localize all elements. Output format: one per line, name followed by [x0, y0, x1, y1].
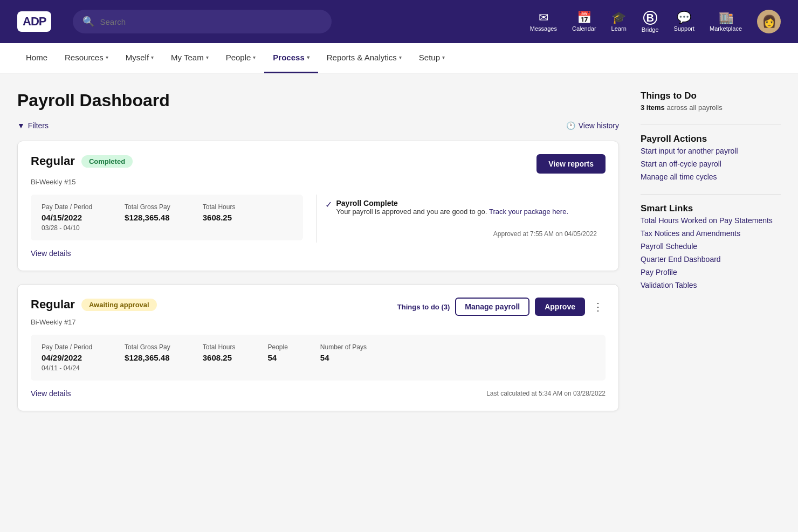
nav-setup[interactable]: Setup ▾ — [410, 43, 453, 73]
pay-period-value-2: 04/11 - 04/24 — [42, 364, 92, 372]
main-navigation: Home Resources ▾ Myself ▾ My Team ▾ Peop… — [0, 43, 798, 73]
nav-myself-label: Myself — [126, 53, 149, 62]
learn-label: Learn — [611, 25, 627, 32]
track-package-link[interactable]: Track your package here. — [489, 208, 568, 216]
marketplace-icon: 🏬 — [719, 12, 733, 24]
sidebar-divider-1 — [641, 125, 781, 125]
marketplace-label: Marketplace — [710, 25, 742, 32]
things-to-do-sub: 3 items across all payrolls — [641, 103, 781, 112]
payroll-card-1: Regular Completed View reports Bi-Weekly… — [17, 141, 619, 271]
hours-value-2: 3608.25 — [203, 353, 236, 362]
card2-actions: Things to do (3) Manage payroll Approve … — [397, 298, 606, 316]
card1-status-desc: Your payroll is approved and you are goo… — [336, 208, 569, 216]
pay-date-value-2: 04/29/2022 — [42, 353, 92, 362]
calendar-nav-item[interactable]: 📅 Calendar — [572, 12, 596, 32]
card2-title: Regular — [31, 298, 75, 312]
card2-gross-pay: Total Gross Pay $128,365.48 — [125, 343, 170, 372]
nav-resources[interactable]: Resources ▾ — [56, 43, 117, 73]
payroll-actions-section: Payroll Actions Start input for another … — [641, 134, 781, 181]
gross-pay-label: Total Gross Pay — [125, 203, 170, 211]
messages-label: Messages — [530, 25, 557, 32]
pay-period-value: 03/28 - 04/10 — [42, 224, 92, 232]
start-input-link[interactable]: Start input for another payroll — [641, 147, 781, 155]
chevron-down-icon: ▾ — [106, 54, 108, 60]
total-hours-link[interactable]: Total Hours Worked on Pay Statements — [641, 216, 781, 225]
view-reports-button[interactable]: View reports — [536, 154, 606, 174]
things-to-do-link[interactable]: Things to do (3) — [397, 303, 450, 311]
card1-header: Regular Completed View reports — [31, 154, 606, 174]
page-title: Payroll Dashboard — [17, 91, 619, 110]
more-options-button[interactable]: ⋮ — [590, 300, 606, 313]
nav-resources-label: Resources — [65, 53, 104, 62]
pay-date-value: 04/15/2022 — [42, 213, 92, 222]
checkmark-icon: ✓ — [325, 199, 332, 210]
card2-view-details-link[interactable]: View details — [31, 389, 71, 398]
hours-value: 3608.25 — [203, 213, 236, 222]
card1-hours: Total Hours 3608.25 — [203, 203, 236, 232]
card2-title-area: Regular Awaiting approval — [31, 298, 157, 312]
top-navigation: ADP 🔍 ✉ Messages 📅 Calendar 🎓 Learn B Br… — [0, 0, 798, 43]
card1-footer: View details — [31, 249, 303, 258]
support-nav-item[interactable]: 💬 Support — [674, 12, 695, 32]
payroll-schedule-link[interactable]: Payroll Schedule — [641, 242, 781, 251]
pay-date-label: Pay Date / Period — [42, 203, 92, 211]
card2-people: People 54 — [267, 343, 287, 372]
messages-nav-item[interactable]: ✉ Messages — [530, 12, 557, 32]
card2-hours: Total Hours 3608.25 — [203, 343, 236, 372]
page-content: Payroll Dashboard ▼ Filters 🕐 View histo… — [0, 73, 798, 441]
filters-button[interactable]: ▼ Filters — [17, 121, 49, 130]
learn-nav-item[interactable]: 🎓 Learn — [611, 12, 627, 32]
tax-notices-link[interactable]: Tax Notices and Amendments — [641, 229, 781, 238]
smart-links-heading: Smart Links — [641, 203, 781, 214]
bridge-nav-item[interactable]: B Bridge — [642, 11, 659, 33]
gross-pay-label-2: Total Gross Pay — [125, 343, 170, 351]
marketplace-nav-item[interactable]: 🏬 Marketplace — [710, 12, 742, 32]
card2-subtitle: Bi-Weekly #17 — [31, 318, 606, 326]
nav-my-team[interactable]: My Team ▾ — [162, 43, 217, 73]
hours-label: Total Hours — [203, 203, 236, 211]
nav-reports-analytics[interactable]: Reports & Analytics ▾ — [318, 43, 410, 73]
filter-row: ▼ Filters 🕐 View history — [17, 121, 619, 130]
nav-myself[interactable]: Myself ▾ — [117, 43, 162, 73]
search-icon: 🔍 — [82, 16, 94, 27]
manage-time-cycles-link[interactable]: Manage all time cycles — [641, 172, 781, 181]
bridge-label: Bridge — [642, 26, 659, 33]
filter-icon: ▼ — [17, 121, 25, 130]
nav-home-label: Home — [26, 53, 47, 62]
sidebar: Things to Do 3 items across all payrolls… — [641, 91, 781, 424]
learn-icon: 🎓 — [611, 12, 626, 24]
nav-home[interactable]: Home — [17, 43, 56, 73]
chevron-down-icon: ▾ — [442, 54, 445, 60]
card1-gross-pay: Total Gross Pay $128,365.48 — [125, 203, 170, 232]
view-history-button[interactable]: 🕐 View history — [566, 121, 619, 130]
chevron-down-icon: ▾ — [253, 54, 256, 60]
filters-label: Filters — [28, 121, 49, 130]
approve-button[interactable]: Approve — [535, 298, 585, 316]
validation-tables-link[interactable]: Validation Tables — [641, 281, 781, 289]
card1-data-row: Pay Date / Period 04/15/2022 03/28 - 04/… — [31, 195, 303, 240]
pay-profile-link[interactable]: Pay Profile — [641, 268, 781, 277]
quarter-end-link[interactable]: Quarter End Dashboard — [641, 255, 781, 264]
card2-pays: Number of Pays 54 — [320, 343, 367, 372]
search-bar[interactable]: 🔍 — [73, 10, 332, 33]
start-off-cycle-link[interactable]: Start an off-cycle payroll — [641, 160, 781, 168]
card2-footer: View details Last calculated at 5:34 AM … — [31, 389, 606, 398]
card2-pay-date: Pay Date / Period 04/29/2022 04/11 - 04/… — [42, 343, 92, 372]
top-nav-icons: ✉ Messages 📅 Calendar 🎓 Learn B Bridge 💬… — [530, 10, 781, 33]
nav-setup-label: Setup — [419, 53, 440, 62]
nav-process[interactable]: Process ▾ — [264, 43, 318, 73]
manage-payroll-button[interactable]: Manage payroll — [455, 298, 529, 316]
payroll-actions-heading: Payroll Actions — [641, 134, 781, 144]
card2-header: Regular Awaiting approval Things to do (… — [31, 298, 606, 316]
card1-view-details-link[interactable]: View details — [31, 249, 71, 258]
nav-my-team-label: My Team — [171, 53, 204, 62]
people-value: 54 — [267, 353, 287, 362]
gross-pay-value: $128,365.48 — [125, 213, 170, 222]
nav-people[interactable]: People ▾ — [217, 43, 265, 73]
nav-process-label: Process — [273, 53, 304, 62]
card2-data-row: Pay Date / Period 04/29/2022 04/11 - 04/… — [31, 335, 606, 381]
search-input[interactable] — [100, 17, 322, 26]
card1-title: Regular — [31, 154, 75, 168]
card2-badge: Awaiting approval — [81, 299, 157, 311]
avatar[interactable]: 👩 — [757, 10, 781, 33]
